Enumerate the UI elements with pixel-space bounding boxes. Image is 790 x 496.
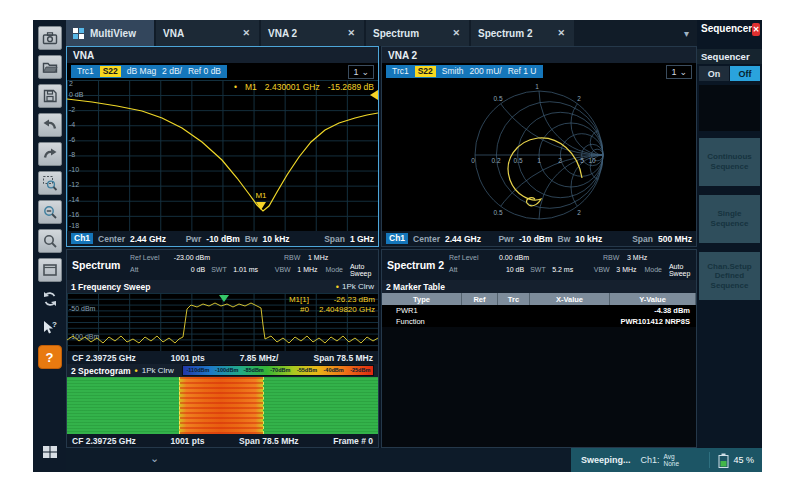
tab-vna[interactable]: VNA ✕: [156, 20, 259, 46]
swt-label: SWT: [530, 266, 552, 273]
diagram-title: 2 Spectrogram: [71, 366, 131, 376]
softkey-single-sequence[interactable]: Single Sequence: [699, 195, 760, 243]
tab-label: Spectrum 2: [478, 28, 555, 39]
softkey-continuous-sequence[interactable]: Continuous Sequence: [699, 138, 760, 186]
zoom-off-icon: [42, 204, 58, 220]
tab-label: MultiView: [90, 28, 136, 39]
smith-axis-label: 0: [471, 157, 475, 164]
smith-arc-label: 1: [535, 83, 539, 90]
vna-trace-plot[interactable]: 2 0 dB -2 -4 -6 -8 -10 -12 -14 -16 -18 M…: [67, 80, 378, 231]
rbw-label: RBW: [284, 254, 308, 261]
tab-multiview[interactable]: MultiView: [66, 20, 154, 46]
windows-start-button[interactable]: [38, 440, 62, 464]
scale-label: -55dBm: [297, 367, 317, 373]
smith-chart-plot[interactable]: 0 0.2 0.5 1 2 5 10 0.5 1 2 0.5 2: [382, 80, 696, 231]
close-panel-button[interactable]: ✕: [752, 23, 760, 36]
chevron-down-icon[interactable]: ⌄: [150, 452, 159, 465]
smith-axis-label: 0.2: [491, 157, 500, 164]
marker-table-header: Type Ref Trc X-Value Y-Value: [382, 293, 696, 305]
window-title[interactable]: Spectrum 2: [382, 250, 449, 280]
channel-tab-bar: MultiView VNA ✕ VNA 2 ✕ Spectrum ✕ Spect…: [66, 20, 697, 46]
display-window-button[interactable]: [38, 258, 62, 282]
channel-footer: Ch1 Center 2.44 GHz Pwr -10 dBm Bw 10 kH…: [382, 231, 696, 246]
frequency-sweep-bar[interactable]: 1 Frequency Sweep • 1Pk Clrw: [67, 280, 378, 293]
screenshot-button[interactable]: [38, 26, 62, 50]
bw-label: Bw: [558, 234, 571, 244]
diagram-title: 1 Frequency Sweep: [71, 282, 150, 292]
battery-icon: [718, 453, 729, 468]
trace-name: Trc1: [77, 66, 94, 77]
channel-badge[interactable]: Ch1: [386, 233, 408, 244]
trace-ref: Ref 0 dB: [188, 66, 221, 77]
trace-settings-chip[interactable]: Trc1 S22 Smith 200 mU/ Ref 1 U: [386, 65, 543, 78]
column-header-ref: Ref: [462, 293, 498, 305]
sequencer-off-button[interactable]: Off: [730, 66, 760, 81]
zoom-area-button[interactable]: [38, 171, 62, 195]
column-header-x-value: X-Value: [530, 293, 610, 305]
cell-type: PWR1: [382, 306, 462, 315]
vbw-label: VBW: [275, 266, 298, 273]
close-tab-icon[interactable]: ✕: [345, 27, 357, 39]
window-select-dropdown[interactable]: 1 ⌄: [666, 65, 692, 79]
undo-button[interactable]: [38, 113, 62, 137]
att-label: Att: [130, 266, 162, 273]
tab-vna2[interactable]: VNA 2 ✕: [261, 20, 364, 46]
window-title[interactable]: VNA 2: [382, 47, 696, 63]
softkey-chan-setup-defined-sequence[interactable]: Chan.Setup Defined Sequence: [699, 252, 760, 300]
spectrogram-plot[interactable]: [67, 377, 378, 434]
spectrogram-footer: CF 2.39725 GHz 1001 pts Span 78.5 MHz Fr…: [67, 434, 378, 447]
close-tab-icon[interactable]: ✕: [450, 27, 462, 39]
window-select-dropdown[interactable]: 1 ⌄: [348, 65, 374, 79]
trace-settings-chip[interactable]: Trc1 S22 dB Mag 2 dB/ Ref 0 dB: [71, 65, 227, 78]
detector-status: Avg None: [664, 453, 680, 467]
diagram-title: 2 Marker Table: [386, 282, 445, 292]
rbw-value: 3 MHz: [627, 254, 657, 261]
sequencer-section-label: Sequencer: [697, 49, 762, 64]
tab-overflow-chevron-icon[interactable]: ▾: [684, 28, 697, 39]
spectrum-plot[interactable]: -50 dBm -100 dBm M1[1] -26.23 dBm #0 2.4…: [67, 293, 378, 351]
help-button[interactable]: ?: [38, 345, 62, 369]
window-title[interactable]: VNA: [67, 47, 378, 63]
save-icon: [42, 88, 58, 104]
chevron-down-icon: ⌄: [361, 67, 369, 77]
context-help-button[interactable]: ?: [38, 316, 62, 340]
window-title[interactable]: Spectrum: [67, 250, 130, 280]
table-row[interactable]: Function PWR101412 NRP8S: [382, 316, 696, 327]
zoom-button[interactable]: [38, 229, 62, 253]
att-value: 10 dB: [481, 266, 524, 273]
smith-arc-label: 2: [577, 209, 581, 216]
channel-badge[interactable]: Ch1: [71, 233, 93, 244]
pwr-label: Pwr: [498, 234, 514, 244]
close-tab-icon[interactable]: ✕: [240, 27, 252, 39]
trace-name: Trc1: [392, 66, 409, 77]
smith-axis-label: 5: [580, 157, 584, 164]
tab-spectrum2[interactable]: Spectrum 2 ✕: [471, 20, 574, 46]
trace-color-dot-icon: •: [135, 366, 138, 376]
table-row[interactable]: PWR1 -4.38 dBm: [382, 305, 696, 316]
span-label: Span: [324, 234, 345, 244]
spectrogram-bar[interactable]: 2 Spectrogram • 1Pk Clrw -110dBm -100dBm…: [67, 364, 378, 377]
bw-value: 10 kHz: [575, 234, 602, 244]
question-mark-icon: ?: [46, 350, 54, 365]
sequencer-on-button[interactable]: On: [699, 66, 729, 81]
close-icon: ✕: [753, 25, 760, 34]
camera-icon: [42, 30, 58, 46]
zoom-off-button[interactable]: [38, 200, 62, 224]
redo-button[interactable]: [38, 142, 62, 166]
close-tab-icon[interactable]: ✕: [555, 27, 567, 39]
save-button[interactable]: [38, 84, 62, 108]
ref-level-label: Ref Level: [130, 254, 164, 261]
windows-logo-icon: [41, 443, 59, 461]
refresh-button[interactable]: [38, 287, 62, 311]
smith-arc-label: 0.5: [493, 209, 502, 216]
marker-table-bar[interactable]: 2 Marker Table: [382, 280, 696, 293]
pwr-value: -10 dBm: [206, 234, 240, 244]
tab-spectrum[interactable]: Spectrum ✕: [366, 20, 469, 46]
status-message-field[interactable]: ⌄: [66, 448, 571, 472]
open-button[interactable]: [38, 55, 62, 79]
span-value: Span 78.5 MHz: [239, 436, 299, 446]
span-value: 500 MHz: [658, 234, 692, 244]
smith-axis-label: 0.5: [513, 157, 522, 164]
cf-value: CF 2.39725 GHz: [72, 436, 136, 446]
divider: [709, 452, 710, 468]
